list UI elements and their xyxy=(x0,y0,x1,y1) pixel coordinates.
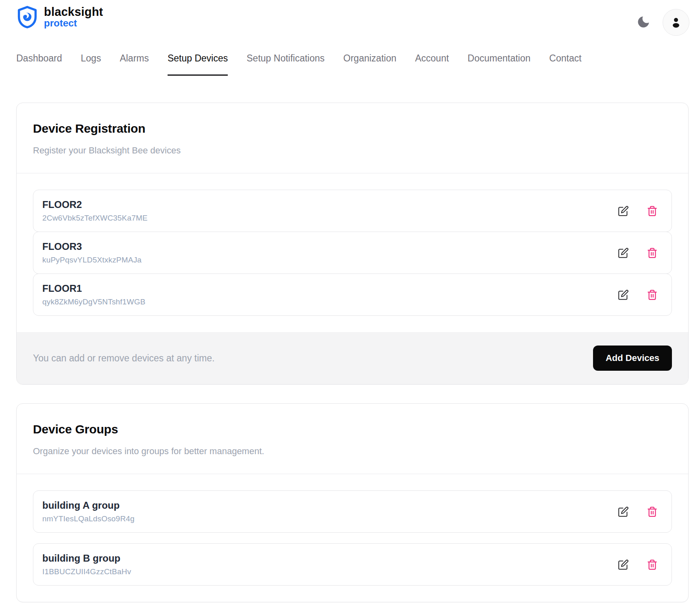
trash-icon xyxy=(647,506,658,517)
device-name: FLOOR3 xyxy=(42,241,142,252)
device-info: FLOOR1 qyk8ZkM6yDgV5NTshf1WGB xyxy=(42,283,146,306)
device-row: FLOOR3 kuPyPqsvYLD5XtxkzPMAJa xyxy=(33,232,672,274)
edit-device-button[interactable] xyxy=(618,247,629,258)
account-avatar-button[interactable] xyxy=(663,9,689,36)
moon-icon xyxy=(636,15,651,29)
edit-group-button[interactable] xyxy=(618,559,629,570)
group-info: building B group I1BBUCZUII4GzzCtBaHv xyxy=(42,553,131,576)
nav-tab[interactable]: Documentation xyxy=(468,53,531,76)
edit-pencil-icon xyxy=(618,247,629,258)
edit-pencil-icon xyxy=(618,559,629,570)
trash-icon xyxy=(647,247,658,258)
group-actions xyxy=(618,559,658,570)
delete-group-button[interactable] xyxy=(647,559,658,570)
top-bar: blacksight protect xyxy=(0,0,700,36)
group-list: building A group nmYTIesLQaLdsOso9R4g xyxy=(17,474,688,602)
device-groups-title: Device Groups xyxy=(33,422,672,436)
device-actions xyxy=(618,247,658,258)
edit-pencil-icon xyxy=(618,206,629,217)
brand-product: protect xyxy=(44,18,103,28)
edit-pencil-icon xyxy=(618,506,629,517)
group-info: building A group nmYTIesLQaLdsOso9R4g xyxy=(42,500,135,523)
top-actions xyxy=(636,9,689,36)
device-registration-title: Device Registration xyxy=(33,122,672,136)
group-id: I1BBUCZUII4GzzCtBaHv xyxy=(42,567,131,576)
add-devices-button[interactable]: Add Devices xyxy=(593,346,672,371)
group-actions xyxy=(618,506,658,517)
edit-group-button[interactable] xyxy=(618,506,629,517)
theme-toggle-button[interactable] xyxy=(636,15,651,30)
device-row: FLOOR2 2Cw6Vbk5zTefXWC35Ka7ME xyxy=(33,190,672,232)
delete-device-button[interactable] xyxy=(647,206,658,217)
device-name: FLOOR2 xyxy=(42,199,148,210)
device-id: 2Cw6Vbk5zTefXWC35Ka7ME xyxy=(42,214,148,223)
edit-pencil-icon xyxy=(618,289,629,300)
user-icon xyxy=(669,15,683,29)
group-name: building A group xyxy=(42,500,135,511)
trash-icon xyxy=(647,559,658,570)
nav-tab[interactable]: Dashboard xyxy=(16,53,62,76)
brand-name: blacksight xyxy=(44,6,103,18)
device-info: FLOOR3 kuPyPqsvYLD5XtxkzPMAJa xyxy=(42,241,142,265)
device-list: FLOOR2 2Cw6Vbk5zTefXWC35Ka7ME xyxy=(17,173,688,332)
device-id: qyk8ZkM6yDgV5NTshf1WGB xyxy=(42,297,146,306)
edit-device-button[interactable] xyxy=(618,289,629,300)
device-actions xyxy=(618,206,658,217)
device-groups-header: Device Groups Organize your devices into… xyxy=(17,404,688,474)
device-groups-card: Device Groups Organize your devices into… xyxy=(16,403,689,602)
nav-tab[interactable]: Setup Devices xyxy=(168,53,228,76)
device-registration-footer: You can add or remove devices at any tim… xyxy=(17,332,688,384)
device-row: FLOOR1 qyk8ZkM6yDgV5NTshf1WGB xyxy=(33,273,672,316)
device-id: kuPyPqsvYLD5XtxkzPMAJa xyxy=(42,256,142,265)
group-name: building B group xyxy=(42,553,131,564)
nav-tab[interactable]: Setup Notifications xyxy=(246,53,325,76)
nav-tab[interactable]: Contact xyxy=(549,53,581,76)
delete-device-button[interactable] xyxy=(647,289,658,300)
main-nav: Dashboard Logs Alarms Setup Devices Setu… xyxy=(0,53,700,76)
device-groups-subtitle: Organize your devices into groups for be… xyxy=(33,446,672,457)
trash-icon xyxy=(647,206,658,217)
nav-tab[interactable]: Alarms xyxy=(120,53,149,76)
device-registration-header: Device Registration Register your Blacks… xyxy=(17,103,688,173)
group-row: building A group nmYTIesLQaLdsOso9R4g xyxy=(33,490,672,533)
brand-logo: blacksight protect xyxy=(16,6,103,28)
device-registration-subtitle: Register your Blacksight Bee devices xyxy=(33,145,672,156)
device-registration-card: Device Registration Register your Blacks… xyxy=(16,103,689,385)
main-content: Device Registration Register your Blacks… xyxy=(0,103,700,602)
trash-icon xyxy=(647,289,658,300)
device-actions xyxy=(618,289,658,300)
brand-wordmark: blacksight protect xyxy=(44,6,103,28)
shield-swirl-icon xyxy=(16,6,38,28)
footer-note: You can add or remove devices at any tim… xyxy=(33,353,215,364)
nav-tab[interactable]: Account xyxy=(415,53,449,76)
nav-tab[interactable]: Organization xyxy=(343,53,396,76)
delete-device-button[interactable] xyxy=(647,247,658,258)
group-id: nmYTIesLQaLdsOso9R4g xyxy=(42,514,135,523)
nav-tab[interactable]: Logs xyxy=(81,53,101,76)
device-name: FLOOR1 xyxy=(42,283,146,294)
delete-group-button[interactable] xyxy=(647,506,658,517)
edit-device-button[interactable] xyxy=(618,206,629,217)
device-info: FLOOR2 2Cw6Vbk5zTefXWC35Ka7ME xyxy=(42,199,148,223)
group-row: building B group I1BBUCZUII4GzzCtBaHv xyxy=(33,543,672,586)
